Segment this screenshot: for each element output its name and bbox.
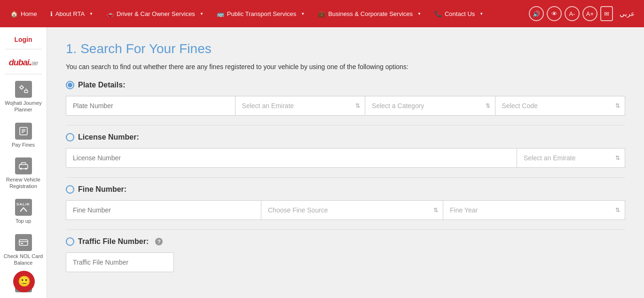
bus-icon: 🚌 bbox=[217, 10, 224, 17]
divider-2 bbox=[66, 177, 625, 178]
license-number-fields: Select an Emirate ⇅ bbox=[66, 148, 625, 168]
text-plus-button[interactable]: A+ bbox=[582, 6, 597, 21]
top-nav: 🏠 Home ℹ About RTA 🚗 Driver & Car Owner … bbox=[0, 0, 644, 27]
traffic-file-section: Traffic File Number: ? bbox=[66, 237, 625, 272]
sidebar-item-journey-planner[interactable]: Wojhati Journey Planner bbox=[0, 76, 47, 118]
svg-point-8 bbox=[20, 168, 22, 170]
eye-button[interactable]: 👁 bbox=[547, 6, 562, 21]
sidebar-item-pay-fines[interactable]: Pay Fines bbox=[0, 118, 47, 153]
check-nol-label: Check NOL Card Balance bbox=[2, 253, 44, 267]
sidebar-item-renew-vehicle[interactable]: Renew Vehicle Registration bbox=[0, 153, 47, 195]
pay-fines-label: Pay Fines bbox=[12, 141, 35, 148]
dubai-logo: dubai.ae bbox=[9, 51, 38, 72]
license-number-header: License Number: bbox=[66, 133, 625, 141]
fine-number-header: Fine Number: bbox=[66, 185, 625, 194]
traffic-file-input[interactable] bbox=[66, 252, 174, 272]
svg-rect-1 bbox=[24, 90, 28, 93]
nav-transport-label: Public Transport Services bbox=[227, 10, 296, 17]
top-up-icon: SALIK bbox=[15, 199, 32, 216]
sidebar: Login dubai.ae Wojhati Journey Planner P… bbox=[0, 27, 47, 298]
sound-icon: 🔊 bbox=[533, 10, 540, 17]
accessibility-bar: 🔊 👁 A- A+ ✉ عربي bbox=[529, 0, 644, 27]
plate-details-fields: Select an Emirate ⇅ Select a Category ⇅ … bbox=[66, 96, 625, 116]
license-number-section: License Number: Select an Emirate ⇅ bbox=[66, 133, 625, 168]
briefcase-icon: 💼 bbox=[318, 10, 325, 17]
sidebar-divider-2 bbox=[5, 74, 42, 74]
login-button[interactable]: Login bbox=[14, 32, 32, 47]
page-subtitle: You can search to find out whether there… bbox=[66, 63, 625, 71]
text-plus-label: A+ bbox=[586, 10, 594, 17]
nav-driver[interactable]: 🚗 Driver & Car Owner Services bbox=[100, 0, 210, 27]
nav-business-label: Business & Corporate Services bbox=[328, 10, 413, 17]
plate-details-section: Plate Details: Select an Emirate ⇅ Selec… bbox=[66, 81, 625, 116]
category-select[interactable]: Select a Category bbox=[365, 96, 495, 115]
nav-transport[interactable]: 🚌 Public Transport Services bbox=[210, 0, 311, 27]
info-icon: ℹ bbox=[50, 10, 53, 17]
fine-number-section: Fine Number: Choose Fine Source ⇅ Fine Y… bbox=[66, 185, 625, 220]
emirate-select[interactable]: Select an Emirate bbox=[236, 96, 365, 115]
traffic-file-label[interactable]: Traffic File Number: bbox=[78, 237, 149, 246]
text-minus-button[interactable]: A- bbox=[565, 6, 580, 21]
nav-about-label: About RTA bbox=[55, 10, 85, 17]
email-icon[interactable]: ✉ bbox=[600, 6, 613, 21]
traffic-file-help-icon[interactable]: ? bbox=[155, 238, 163, 245]
code-select[interactable]: Select Code bbox=[495, 96, 625, 115]
code-select-wrapper: Select Code ⇅ bbox=[495, 96, 625, 116]
arabic-label: عربي bbox=[620, 10, 635, 17]
license-number-input[interactable] bbox=[66, 148, 517, 168]
plate-details-header: Plate Details: bbox=[66, 81, 625, 89]
car-icon: 🚗 bbox=[106, 10, 114, 17]
license-number-radio[interactable] bbox=[66, 133, 74, 141]
fine-year-select-wrapper: Fine Year ⇅ bbox=[443, 200, 625, 220]
text-minus-label: A- bbox=[569, 10, 575, 17]
arabic-button[interactable]: عربي bbox=[616, 10, 638, 17]
category-select-wrapper: Select a Category ⇅ bbox=[365, 96, 495, 116]
logo-text: dubai.ae bbox=[9, 56, 38, 68]
nav-business[interactable]: 💼 Business & Corporate Services bbox=[311, 0, 428, 27]
login-label: Login bbox=[14, 36, 32, 43]
license-emirate-select[interactable]: Select an Emirate bbox=[517, 149, 625, 167]
page-title: 1. Search For Your Fines bbox=[66, 41, 625, 56]
svg-point-9 bbox=[25, 168, 27, 170]
license-emirate-select-wrapper: Select an Emirate ⇅ bbox=[517, 148, 625, 168]
traffic-file-header: Traffic File Number: ? bbox=[66, 237, 625, 246]
sound-button[interactable]: 🔊 bbox=[529, 6, 544, 21]
svg-point-0 bbox=[20, 86, 23, 89]
divider-1 bbox=[66, 125, 625, 125]
fine-source-select-wrapper: Choose Fine Source ⇅ bbox=[261, 200, 443, 220]
nav-home-label: Home bbox=[21, 10, 37, 17]
top-up-label: Top up bbox=[16, 218, 31, 224]
svg-rect-10 bbox=[19, 240, 28, 245]
main-layout: Login dubai.ae Wojhati Journey Planner P… bbox=[0, 27, 644, 298]
fine-year-select[interactable]: Fine Year bbox=[443, 201, 625, 220]
fine-number-label[interactable]: Fine Number: bbox=[78, 185, 126, 194]
main-content: 1. Search For Your Fines You can search … bbox=[47, 27, 644, 298]
nav-driver-label: Driver & Car Owner Services bbox=[117, 10, 195, 17]
plate-details-radio[interactable] bbox=[66, 81, 74, 89]
sidebar-item-top-up[interactable]: SALIK Top up bbox=[0, 194, 47, 229]
renew-vehicle-label: Renew Vehicle Registration bbox=[2, 176, 44, 190]
fine-source-select[interactable]: Choose Fine Source bbox=[261, 201, 443, 220]
license-number-label[interactable]: License Number: bbox=[78, 133, 139, 141]
check-nol-icon bbox=[15, 234, 32, 251]
fine-number-radio[interactable] bbox=[66, 185, 74, 194]
traffic-file-fields bbox=[66, 252, 625, 272]
nav-home[interactable]: 🏠 Home bbox=[4, 0, 44, 27]
traffic-file-radio[interactable] bbox=[66, 237, 74, 246]
phone-icon: 📞 bbox=[434, 10, 442, 17]
fine-number-input[interactable] bbox=[66, 200, 261, 220]
envelope-icon: ✉ bbox=[604, 10, 609, 17]
home-icon: 🏠 bbox=[10, 10, 18, 17]
renew-vehicle-icon bbox=[15, 157, 32, 174]
plate-number-input[interactable] bbox=[66, 96, 236, 116]
journey-planner-icon bbox=[15, 81, 32, 98]
eye-icon: 👁 bbox=[551, 10, 558, 17]
sidebar-item-check-nol[interactable]: Check NOL Card Balance bbox=[0, 229, 47, 271]
nav-about[interactable]: ℹ About RTA bbox=[44, 0, 100, 27]
smile-icon: 🙂 bbox=[18, 275, 31, 288]
fine-number-fields: Choose Fine Source ⇅ Fine Year ⇅ bbox=[66, 200, 625, 220]
smile-button[interactable]: 🙂 bbox=[13, 271, 35, 292]
nav-contact[interactable]: 📞 Contact Us bbox=[428, 0, 490, 27]
pay-fines-icon bbox=[15, 123, 32, 140]
plate-details-label[interactable]: Plate Details: bbox=[78, 81, 125, 89]
